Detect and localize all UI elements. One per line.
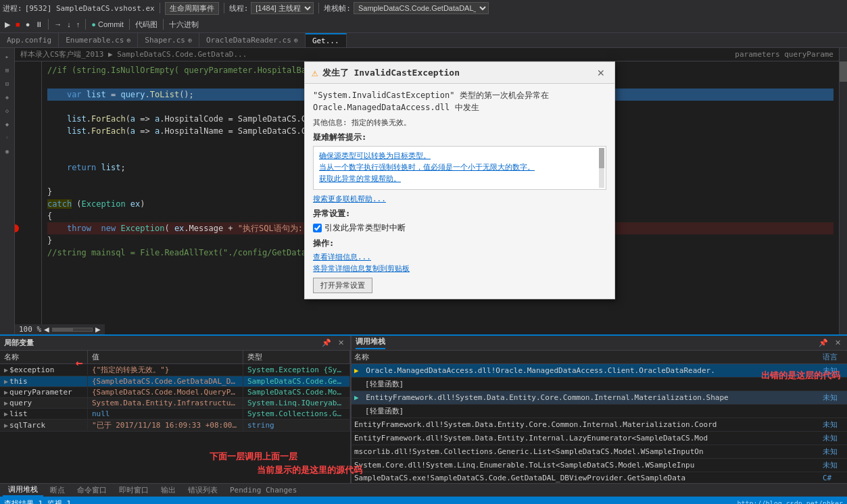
toolbar-row2: ▶ ■ ● ⏸ → ↓ ↑ ● Commit 代码图 十六进制 bbox=[0, 16, 847, 32]
breakpoint-indicator bbox=[15, 224, 19, 232]
sidebar-icon-6[interactable]: ◆ bbox=[1, 118, 14, 130]
sidebar-icon-4[interactable]: ◈ bbox=[1, 91, 14, 103]
table-row-qp[interactable]: ▶queryParameter {SampleDataCS.Code.Model… bbox=[0, 387, 350, 398]
tab-modified-icon: ⊕ bbox=[126, 36, 130, 44]
cs-row-1[interactable]: ▶ Oracle.ManagedDataAccess.dll!Oracle.Ma… bbox=[352, 364, 847, 378]
suggestion-3[interactable]: 获取此异常的常规帮助。 bbox=[319, 174, 592, 184]
suggestion-2[interactable]: 当从一个数字执行强制转换时，值必须是一个小于无限大的数字。 bbox=[319, 162, 592, 172]
operations-title: 操作: bbox=[313, 238, 606, 249]
tab-command[interactable]: 命令窗口 bbox=[72, 484, 112, 496]
callstack-close-btn[interactable]: ✕ bbox=[833, 338, 843, 347]
td-value-1: {"指定的转换无效。"} bbox=[88, 364, 243, 376]
sidebar-icon-2[interactable]: ⊞ bbox=[1, 64, 14, 76]
sidebar-icon-3[interactable]: ⊟ bbox=[1, 78, 14, 90]
table-row-this[interactable]: ▶this {SampleDataCS.Code.GetDataDAL_DBVi… bbox=[0, 376, 350, 387]
editor-scrollbar[interactable] bbox=[839, 48, 847, 334]
cs-row-7[interactable]: SampleDataCS.exe!SampleDataCS.Code.GetDa… bbox=[352, 472, 847, 483]
cs-lang-2b bbox=[820, 410, 847, 413]
cs-lang-5: 未知 bbox=[820, 445, 847, 458]
zoom-decrease-btn[interactable]: ◀ bbox=[44, 326, 49, 333]
stepover-btn[interactable]: → bbox=[52, 20, 64, 29]
dialog-title-bar: ⚠ 发生了 InvalidCastException ✕ bbox=[305, 62, 614, 84]
open-settings-btn[interactable]: 打开异常设置 bbox=[313, 278, 372, 293]
break-checkbox[interactable] bbox=[313, 224, 322, 232]
settings-title: 异常设置: bbox=[313, 208, 606, 220]
stop-btn[interactable]: ■ bbox=[14, 20, 22, 29]
cs-name-1: ▶ Oracle.ManagedDataAccess.dll!Oracle.Ma… bbox=[352, 365, 820, 376]
tab-callstack[interactable]: 调用堆栈 bbox=[3, 484, 43, 497]
zoom-thumb bbox=[53, 328, 73, 331]
cs-row-3[interactable]: EntityFramework.dll!System.Data.Entity.C… bbox=[352, 418, 847, 432]
stack-select[interactable]: SampleDataCS.Code.GetDataDAL_DBV bbox=[354, 2, 489, 14]
tab-breakpoints[interactable]: 断点 bbox=[45, 484, 70, 496]
stepinto-btn[interactable]: ↓ bbox=[65, 20, 73, 29]
cs-name-7: SampleDataCS.exe!SampleDataCS.Code.GetDa… bbox=[352, 472, 820, 483]
td-name-query: ▶query bbox=[0, 398, 88, 408]
suggestion-scrollbar[interactable] bbox=[599, 148, 604, 188]
breadcrumb-right: parameters queryParame bbox=[735, 50, 833, 59]
table-row[interactable]: ▶$exception {"指定的转换无效。"} System.Exceptio… bbox=[0, 364, 350, 376]
tab-get[interactable]: Get... bbox=[306, 33, 347, 47]
tab-enumerable[interactable]: Enumerable.cs ⊕ bbox=[59, 33, 138, 47]
dialog-body: "System.InvalidCastException" 类型的第一次机会异常… bbox=[305, 84, 614, 299]
zoom-slider[interactable] bbox=[52, 328, 93, 332]
copy-link[interactable]: 将异常详细信息复制到剪贴板 bbox=[313, 263, 606, 274]
separator3 bbox=[318, 3, 319, 14]
tab-shaper[interactable]: Shaper.cs ⊕ bbox=[138, 33, 199, 47]
cs-header: 名称 语言 bbox=[352, 351, 847, 364]
sidebar-icon-5[interactable]: ◇ bbox=[1, 105, 14, 117]
callstack-controls: 📌 ✕ bbox=[817, 338, 843, 347]
sidebar-icon-1[interactable]: ▸ bbox=[1, 51, 14, 63]
cs-row-2b[interactable]: [轻量函数] bbox=[352, 405, 847, 418]
dialog-close-btn[interactable]: ✕ bbox=[594, 68, 608, 78]
cs-row-6[interactable]: System.Core.dll!System.Linq.Enumerable.T… bbox=[352, 459, 847, 472]
tab-appconfig[interactable]: App.config bbox=[0, 33, 59, 47]
toolbar-row1: 进程: [9532] SampleDataCS.vshost.ex 生命周期事件… bbox=[0, 0, 847, 16]
locals-close-btn[interactable]: ✕ bbox=[336, 338, 346, 347]
cs-row-5[interactable]: mscorlib.dll!System.Collections.Generic.… bbox=[352, 445, 847, 459]
zoom-increase-btn[interactable]: ▶ bbox=[95, 326, 101, 333]
tab-oraclereader[interactable]: OracleDataReader.cs ⊕ bbox=[199, 33, 306, 47]
suggestion-1[interactable]: 确保源类型可以转换为目标类型。 bbox=[319, 151, 592, 161]
thread-select[interactable]: [1484] 主线程 bbox=[251, 2, 314, 14]
lifecycle-label[interactable]: 生命周期事件 bbox=[165, 2, 219, 15]
table-row-sql[interactable]: ▶sqlTarck "已于 2017/11/18 16:09:33 +08:00… bbox=[0, 420, 350, 432]
hex-btn[interactable]: 十六进制 bbox=[167, 19, 201, 30]
cs-name-5: mscorlib.dll!System.Collections.Generic.… bbox=[352, 446, 820, 457]
table-row-list[interactable]: ▶list null System.Collections.Generic.Li… bbox=[0, 409, 350, 420]
left-sidebar: ▸ ⊞ ⊟ ◈ ◇ ◆ ◦ ◉ bbox=[0, 48, 15, 334]
tab-output[interactable]: 输出 bbox=[155, 484, 181, 496]
operations-section: 操作: 查看详细信息... 将异常详细信息复制到剪贴板 打开异常设置 bbox=[313, 238, 606, 293]
sidebar-icon-7[interactable]: ◦ bbox=[1, 132, 14, 144]
cs-row-2[interactable]: ▶ EntityFramework.dll!System.Data.Entity… bbox=[352, 391, 847, 405]
pause-btn[interactable]: ⏸ bbox=[33, 20, 45, 29]
codemap-btn[interactable]: 代码图 bbox=[133, 19, 160, 30]
bottom-tab-bar: 调用堆栈 断点 命令窗口 即时窗口 输出 错误列表 Pending Change… bbox=[0, 483, 847, 497]
tab-errorlist[interactable]: 错误列表 bbox=[183, 484, 223, 496]
tab-immediate[interactable]: 即时窗口 bbox=[114, 484, 154, 496]
exception-dialog: ⚠ 发生了 InvalidCastException ✕ "System.Inv… bbox=[304, 61, 615, 299]
tab-spacer bbox=[347, 33, 847, 47]
td-name-sql: ▶sqlTarck bbox=[0, 420, 88, 430]
td-type-qp: SampleDataCS.Code.Model.Que... bbox=[243, 387, 350, 397]
td-type-list: System.Collections.Generic.List<... bbox=[243, 409, 350, 419]
cs-row-4[interactable]: EntityFramework.dll!System.Data.Entity.I… bbox=[352, 432, 847, 445]
continue-btn[interactable]: ▶ bbox=[3, 20, 12, 30]
tab-pending[interactable]: Pending Changes bbox=[224, 485, 302, 495]
more-help-link[interactable]: 搜索更多联机帮助... bbox=[313, 194, 606, 204]
breadcrumb-text: 样本录入CS客户端_2013 ▶ SampleDataCS.Code.GetDa… bbox=[20, 49, 247, 59]
table-row-query[interactable]: ▶query System.Data.Entity.Infrastructure… bbox=[0, 398, 350, 409]
commit-btn[interactable]: ● Commit bbox=[89, 20, 126, 29]
cs-lang-2: 未知 bbox=[820, 391, 847, 404]
th-type: 类型 bbox=[243, 351, 350, 363]
stepout-btn[interactable]: ↑ bbox=[74, 20, 82, 29]
restart-btn[interactable]: ● bbox=[24, 20, 32, 29]
view-detail-link[interactable]: 查看详细信息... bbox=[313, 252, 606, 262]
sidebar-icon-8[interactable]: ◉ bbox=[1, 145, 14, 157]
callstack-pin-btn[interactable]: 📌 bbox=[817, 338, 830, 347]
main-content: ▸ ⊞ ⊟ ◈ ◇ ◆ ◦ ◉ 样本录入CS客户端_2013 ▶ SampleD… bbox=[0, 48, 847, 334]
td-type-sql: string bbox=[243, 420, 350, 430]
suggestion-title: 疑难解答提示: bbox=[313, 132, 606, 143]
locals-pin-btn[interactable]: 📌 bbox=[320, 338, 333, 347]
cs-row-1b[interactable]: [轻量函数] bbox=[352, 378, 847, 391]
